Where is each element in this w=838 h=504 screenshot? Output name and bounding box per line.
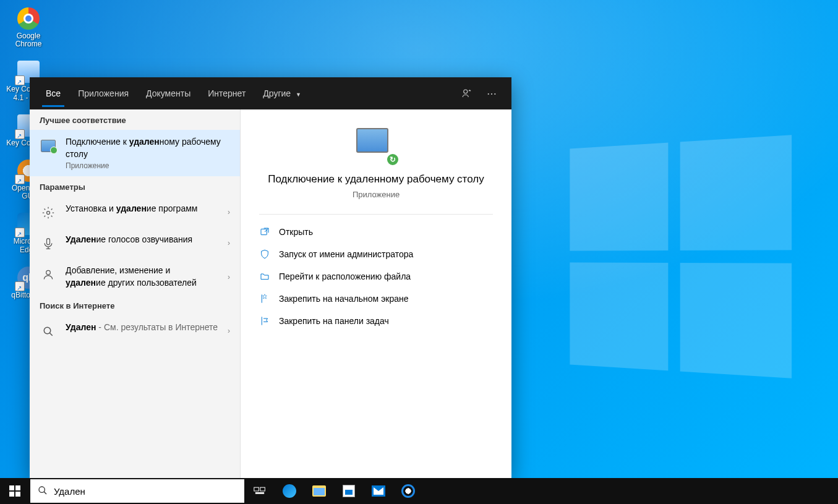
folder-icon [259, 271, 270, 281]
search-tab-internet[interactable]: Интернет [199, 80, 254, 107]
svg-rect-7 [254, 487, 259, 491]
action-label: Закрепить на начальном экране [279, 294, 409, 304]
preview-subtitle: Приложение [353, 190, 400, 199]
preview-actions: Открыть Запуск от имени администратора П… [241, 215, 511, 338]
pin-icon [259, 316, 270, 326]
svg-point-4 [44, 328, 51, 335]
edge-icon [283, 484, 296, 498]
taskbar-app-ie[interactable] [393, 478, 423, 504]
microphone-icon [40, 235, 57, 252]
feedback-icon[interactable] [455, 81, 479, 106]
section-web: Поиск в Интернете [30, 295, 240, 315]
taskbar-app-store[interactable] [334, 478, 364, 504]
taskbar-app-explorer[interactable] [304, 478, 334, 504]
search-tab-documents[interactable]: Документы [137, 80, 199, 107]
chrome-icon [17, 7, 40, 30]
taskbar [0, 478, 838, 504]
open-icon [259, 227, 270, 237]
taskbar-search-box[interactable] [30, 479, 244, 503]
store-icon [343, 485, 355, 497]
preview-title: Подключение к удаленному рабочему столу [268, 173, 484, 186]
svg-point-3 [46, 271, 51, 275]
svg-rect-9 [255, 493, 263, 494]
divider [259, 214, 493, 215]
mail-icon [372, 485, 385, 497]
remote-desktop-icon-large: ↻ [356, 128, 396, 163]
svg-point-0 [464, 90, 468, 93]
search-input[interactable] [54, 486, 237, 497]
search-preview-pane: ↻ Подключение к удаленному рабочему стол… [240, 109, 511, 478]
start-button[interactable] [0, 478, 30, 504]
start-search-panel: Все Приложения Документы Интернет Другие… [30, 77, 511, 478]
desktop-icon-label: Google Chrome [5, 32, 52, 48]
result-manage-users[interactable]: Добавление, изменение и удаление других … [30, 258, 240, 295]
search-tabs-header: Все Приложения Документы Интернет Другие… [30, 77, 511, 109]
wallpaper-windows-logo [570, 135, 792, 378]
action-run-as-admin[interactable]: Запуск от имени администратора [241, 243, 511, 265]
svg-rect-5 [261, 229, 267, 234]
result-subtitle: Приложение [66, 161, 230, 170]
result-web-search[interactable]: Удален - См. результаты в Интернете › [30, 315, 240, 346]
action-label: Открыть [279, 227, 313, 237]
svg-point-6 [39, 487, 45, 492]
search-tab-more-label: Другие [263, 88, 291, 98]
result-title: Установка и удаление программ [66, 203, 219, 215]
chevron-right-icon: › [228, 208, 230, 216]
gear-icon [40, 204, 57, 221]
result-title: Удален - См. результаты в Интернете [66, 322, 219, 334]
result-remove-voices[interactable]: Удаление голосов озвучивания › [30, 228, 240, 258]
more-options-icon[interactable]: ⋯ [479, 81, 504, 106]
internet-explorer-icon [401, 484, 415, 498]
search-tab-all[interactable]: Все [37, 80, 69, 107]
chevron-right-icon: › [228, 239, 230, 247]
pin-icon [259, 294, 270, 304]
svg-rect-2 [47, 239, 50, 245]
chevron-right-icon: › [228, 273, 230, 281]
result-title: Подключение к удаленному рабочему столу [66, 136, 230, 160]
result-title: Добавление, изменение и удаление других … [66, 265, 219, 289]
windows-icon [9, 485, 20, 497]
result-title: Удаление голосов озвучивания [66, 234, 219, 246]
svg-rect-8 [260, 487, 265, 491]
action-label: Запуск от имени администратора [279, 249, 413, 259]
remote-desktop-icon [40, 137, 57, 155]
action-pin-taskbar[interactable]: Закрепить на панели задач [241, 310, 511, 332]
action-open[interactable]: Открыть [241, 221, 511, 243]
section-best-match: Лучшее соответствие [30, 109, 240, 130]
action-label: Перейти к расположению файла [279, 271, 411, 281]
search-tab-apps[interactable]: Приложения [69, 80, 137, 107]
shield-icon [259, 249, 270, 259]
taskbar-app-mail[interactable] [364, 478, 393, 504]
svg-point-1 [47, 211, 50, 215]
person-icon [40, 266, 57, 283]
taskbar-app-edge[interactable] [275, 478, 304, 504]
action-open-location[interactable]: Перейти к расположению файла [241, 265, 511, 288]
file-explorer-icon [312, 485, 326, 497]
action-label: Закрепить на панели задач [279, 316, 389, 326]
chevron-down-icon: ▼ [296, 92, 301, 98]
search-results-list: Лучшее соответствие Подключение к удален… [30, 109, 240, 478]
search-icon [40, 323, 57, 340]
chevron-right-icon: › [228, 327, 230, 335]
search-icon [38, 485, 48, 497]
action-pin-start[interactable]: Закрепить на начальном экране [241, 288, 511, 310]
section-settings: Параметры [30, 176, 240, 197]
result-uninstall-programs[interactable]: Установка и удаление программ › [30, 197, 240, 228]
search-tab-more[interactable]: Другие ▼ [254, 80, 310, 107]
desktop-icon-chrome[interactable]: Google Chrome [5, 6, 52, 48]
result-remote-desktop[interactable]: Подключение к удаленному рабочему столу … [30, 130, 240, 176]
task-view-button[interactable] [245, 478, 275, 504]
